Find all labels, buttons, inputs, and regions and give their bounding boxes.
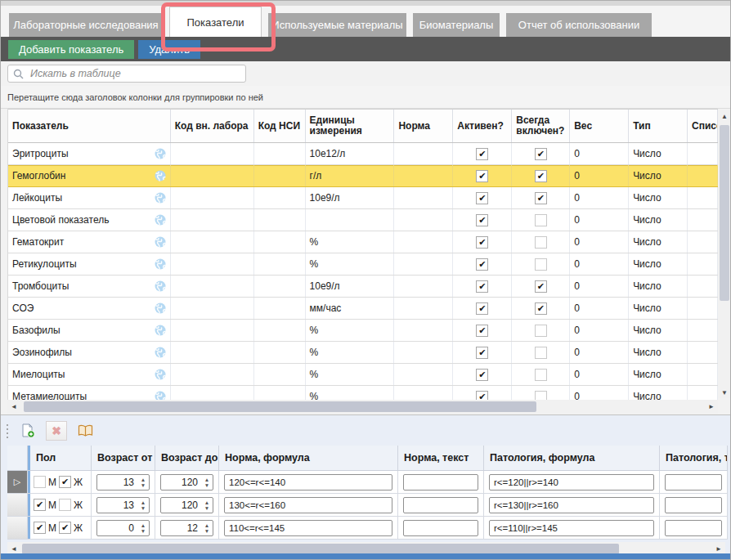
table-row[interactable]: Гемоглобинг/л✔✔0Число (8, 165, 718, 187)
horizontal-scroll-thumb[interactable] (24, 401, 536, 412)
always-on-checkbox[interactable] (535, 214, 547, 226)
reference-book-button[interactable] (74, 421, 96, 441)
norm-formula-input[interactable] (224, 474, 392, 491)
spinner-arrows-icon[interactable]: ▲▼ (137, 522, 149, 534)
always-on-checkbox[interactable] (535, 325, 547, 337)
column-header[interactable]: Тип (629, 110, 688, 142)
always-on-checkbox[interactable] (535, 258, 547, 271)
age-to-stepper[interactable]: 12▲▼ (160, 520, 213, 536)
table-row[interactable]: Ретикулоциты%✔0Число (8, 253, 718, 276)
add-record-button[interactable] (17, 421, 38, 441)
spinner-arrows-icon[interactable]: ▲▼ (201, 477, 213, 488)
active-checkbox[interactable]: ✔ (476, 236, 488, 249)
add-indicator-button[interactable]: Добавить показатель (8, 40, 134, 59)
male-checkbox[interactable]: ✔ (34, 499, 46, 511)
pathology-formula-input[interactable] (489, 497, 654, 513)
active-checkbox[interactable]: ✔ (476, 214, 488, 226)
table-row[interactable]: Лейкоциты10e9/л✔✔0Число (8, 187, 718, 209)
male-checkbox[interactable] (34, 476, 46, 488)
tab-3[interactable]: Используемые материалы (268, 13, 406, 37)
pathology-text-input[interactable] (665, 474, 722, 491)
table-row[interactable]: Базофилы%✔0Число (8, 320, 718, 342)
tab-1[interactable]: Лабораторные исследования (9, 13, 163, 37)
group-by-panel[interactable]: Перетащите сюда заголовок колонки для гр… (1, 86, 730, 109)
active-checkbox[interactable]: ✔ (476, 302, 488, 315)
scroll-right-icon[interactable]: ► (705, 401, 718, 413)
row-selector[interactable] (7, 517, 28, 539)
active-checkbox[interactable]: ✔ (476, 347, 488, 359)
column-header[interactable]: Вес (570, 110, 629, 142)
table-row[interactable]: Гематокрит%✔0Число (8, 231, 718, 253)
indicators-vertical-scrollbar[interactable]: ▲ ▼ (718, 110, 731, 398)
scroll-left-icon[interactable]: ◄ (7, 401, 20, 413)
active-checkbox[interactable]: ✔ (476, 192, 488, 204)
vertical-scroll-thumb[interactable] (720, 125, 729, 301)
female-checkbox[interactable] (59, 499, 71, 511)
table-row[interactable]: Миелоциты%✔0Число (8, 364, 718, 386)
always-on-checkbox[interactable]: ✔ (535, 148, 547, 160)
column-header[interactable]: Список з (688, 110, 718, 142)
delete-record-button[interactable]: ✖ (46, 421, 67, 441)
pathology-text-input[interactable] (665, 497, 722, 513)
always-on-checkbox[interactable]: ✔ (535, 302, 547, 315)
norm-text-input[interactable] (403, 520, 478, 536)
column-header[interactable]: Норма (394, 110, 453, 142)
tab-5[interactable]: Отчет об использовании (506, 13, 652, 37)
search-input[interactable] (29, 67, 228, 80)
table-row[interactable]: СОЭмм/час✔✔0Число (8, 298, 718, 320)
table-row[interactable]: Эозинофилы%✔0Число (8, 342, 718, 364)
always-on-checkbox[interactable] (535, 236, 547, 249)
active-checkbox[interactable]: ✔ (476, 258, 488, 271)
table-row[interactable]: Тромбоциты10e9/л✔✔0Число (8, 276, 718, 298)
row-selector[interactable]: ▷ (7, 471, 28, 493)
column-header[interactable]: Код вн. лабора (171, 110, 254, 142)
always-on-checkbox[interactable] (535, 347, 547, 359)
scroll-up-icon[interactable]: ▲ (718, 110, 731, 122)
norm-formula-input[interactable] (224, 497, 392, 513)
row-selector[interactable] (7, 494, 28, 516)
column-header[interactable]: Пол (28, 446, 92, 470)
active-checkbox[interactable]: ✔ (476, 369, 488, 381)
norm-row[interactable]: ✔МЖ13▲▼120▲▼ (7, 494, 728, 517)
female-checkbox[interactable]: ✔ (59, 522, 71, 534)
always-on-checkbox[interactable]: ✔ (535, 192, 547, 204)
norm-row[interactable]: ▷М✔Ж13▲▼120▲▼ (7, 471, 728, 494)
delete-indicator-button[interactable]: Удалить (138, 40, 200, 59)
norm-row[interactable]: ✔М✔Ж0▲▼12▲▼ (7, 517, 728, 540)
active-checkbox[interactable]: ✔ (476, 148, 488, 160)
indicators-horizontal-scrollbar[interactable]: ◄ ► (7, 400, 718, 414)
column-header[interactable]: Патология, формула (484, 446, 660, 470)
column-header[interactable]: Активен? (453, 110, 512, 142)
always-on-checkbox[interactable] (535, 369, 547, 381)
vertical-scroll-track[interactable] (718, 122, 731, 387)
age-from-stepper[interactable]: 13▲▼ (96, 474, 150, 491)
tab-4[interactable]: Биоматериалы (413, 13, 500, 37)
male-checkbox[interactable]: ✔ (34, 522, 46, 534)
table-row[interactable]: Цветовой показатель✔0Число (8, 209, 718, 231)
spinner-arrows-icon[interactable]: ▲▼ (201, 522, 213, 534)
age-to-stepper[interactable]: 120▲▼ (160, 497, 213, 513)
spinner-arrows-icon[interactable]: ▲▼ (137, 500, 149, 511)
tab-2[interactable]: Показатели (169, 7, 262, 37)
age-from-stepper[interactable]: 0▲▼ (96, 520, 150, 536)
pathology-formula-input[interactable] (489, 520, 654, 536)
always-on-checkbox[interactable]: ✔ (535, 280, 547, 293)
active-checkbox[interactable]: ✔ (476, 170, 488, 182)
active-checkbox[interactable]: ✔ (476, 325, 488, 337)
age-from-stepper[interactable]: 13▲▼ (96, 497, 150, 513)
norm-text-input[interactable] (403, 497, 478, 513)
column-header[interactable]: Показатель (8, 110, 171, 142)
female-checkbox[interactable]: ✔ (59, 476, 71, 488)
column-header[interactable]: Возраст от (92, 446, 155, 470)
horizontal-scroll-track[interactable] (20, 400, 705, 414)
always-on-checkbox[interactable]: ✔ (535, 170, 547, 182)
age-to-stepper[interactable]: 120▲▼ (160, 474, 213, 491)
pathology-text-input[interactable] (665, 520, 722, 536)
pathology-formula-input[interactable] (489, 474, 654, 491)
column-header[interactable]: Код НСИ (254, 110, 306, 142)
spinner-arrows-icon[interactable]: ▲▼ (137, 477, 149, 488)
column-header[interactable]: Патология, те (660, 446, 728, 470)
toolbar-grip-icon[interactable] (7, 424, 8, 438)
spinner-arrows-icon[interactable]: ▲▼ (201, 500, 213, 511)
norm-formula-input[interactable] (224, 520, 392, 536)
